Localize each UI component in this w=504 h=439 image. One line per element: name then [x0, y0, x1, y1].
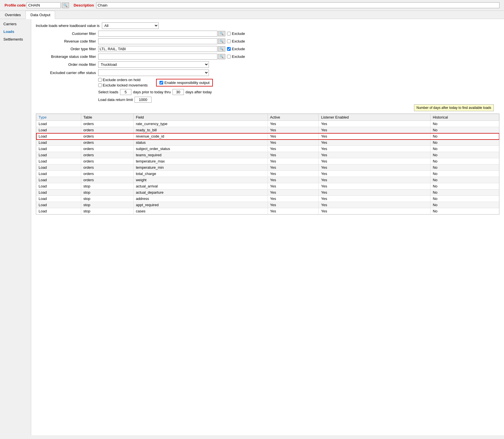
description-label: Description [74, 3, 94, 7]
sidebar-item-loads[interactable]: Loads [0, 28, 31, 35]
cell-historical: No [430, 202, 499, 208]
profile-code-input[interactable] [27, 2, 61, 8]
table-row[interactable]: Loadorderstemperature_minYesYesNo [36, 164, 499, 171]
cell-type: Load [36, 183, 81, 189]
order-type-exclude-checkbox[interactable] [227, 47, 231, 51]
customer-filter-label: Customer filter [36, 31, 98, 36]
cell-active: Yes [268, 152, 319, 158]
description-input[interactable] [96, 2, 499, 8]
excluded-carrier-row: Excluded carrier offer status [36, 69, 499, 76]
cell-type: Load [36, 133, 81, 140]
table-row[interactable]: Loadordersrevenue_code_idYesYesNo [36, 133, 499, 140]
top-bar: Profile code 🔍 Description [0, 0, 504, 11]
customer-exclude-checkbox[interactable] [227, 32, 231, 35]
brokerage-exclude-checkbox[interactable] [227, 55, 231, 58]
profile-code-search-button[interactable]: 🔍 [62, 3, 69, 8]
table-row[interactable]: Loadorderstemperature_maxYesYesNo [36, 158, 499, 164]
exclude-locked-row: Exclude locked movements [98, 83, 148, 87]
table-row[interactable]: Loadstopappt_requiredYesYesNo [36, 202, 499, 208]
order-type-label: Order type filter [36, 47, 98, 51]
cell-active: Yes [268, 208, 319, 214]
table-row[interactable]: Loadordersrate_currency_typeYesYesNo [36, 121, 499, 127]
table-row[interactable]: Loadstopactual_arrivalYesYesNo [36, 183, 499, 189]
cell-field: cases [133, 208, 268, 214]
col-active: Active [268, 114, 319, 121]
cell-active: Yes [268, 133, 319, 140]
sidebar-item-settlements[interactable]: Settlements [0, 35, 31, 43]
brokerage-status-row: Brokerage status code filter 🔍 Exclude [36, 54, 499, 60]
customer-filter-row: Customer filter 🔍 Exclude [36, 31, 499, 37]
cell-listener: Yes [319, 196, 430, 202]
loadboard-row: Include loads where loadboard value is A… [36, 22, 499, 29]
table-row[interactable]: LoadordersstatusYesYesNo [36, 140, 499, 146]
table-row[interactable]: Loadordersready_to_billYesYesNo [36, 127, 499, 133]
cell-table: orders [81, 140, 133, 146]
order-type-exclude-label: Exclude [232, 47, 245, 51]
days-prior-input[interactable] [120, 89, 131, 95]
days-after-input[interactable] [173, 89, 184, 95]
order-mode-label: Order mode filter [36, 62, 98, 67]
order-type-search-button[interactable]: 🔍 [218, 46, 225, 52]
cell-field: total_charge [133, 171, 268, 177]
customer-exclude-label: Exclude [232, 31, 245, 36]
load-data-input[interactable] [135, 97, 152, 103]
cell-type: Load [36, 127, 81, 133]
table-row[interactable]: LoadstopcasesYesYesNo [36, 208, 499, 214]
cell-listener: Yes [319, 152, 430, 158]
revenue-code-search-button[interactable]: 🔍 [218, 39, 225, 44]
revenue-code-input[interactable] [98, 38, 217, 44]
loadboard-label: Include loads where loadboard value is [36, 24, 102, 28]
enable-responsibility-label: Enable responsibility output [164, 81, 209, 85]
col-historical: Historical [430, 114, 499, 121]
cell-active: Yes [268, 171, 319, 177]
table-row[interactable]: Loadorderssubject_order_statusYesYesNo [36, 146, 499, 152]
cell-listener: Yes [319, 171, 430, 177]
table-row[interactable]: LoadstopaddressYesYesNo [36, 196, 499, 202]
brokerage-status-search-button[interactable]: 🔍 [218, 54, 225, 59]
data-table: Type Table Field Active Listener Enabled… [36, 114, 499, 214]
enable-responsibility-box: Enable responsibility output [156, 79, 213, 86]
revenue-exclude-checkbox[interactable] [227, 39, 231, 43]
cell-table: orders [81, 164, 133, 171]
cell-field: actual_arrival [133, 183, 268, 189]
order-mode-select[interactable]: Truckload LTL All [98, 61, 209, 68]
data-table-container[interactable]: Type Table Field Active Listener Enabled… [36, 113, 499, 215]
brokerage-exclude-label: Exclude [232, 54, 245, 59]
excluded-carrier-select[interactable] [98, 69, 209, 76]
cell-table: orders [81, 127, 133, 133]
cell-type: Load [36, 171, 81, 177]
cell-historical: No [430, 140, 499, 146]
sidebar-item-carriers[interactable]: Carriers [0, 20, 31, 28]
days-prior-text: days prior to today thru [133, 90, 171, 94]
col-type[interactable]: Type [36, 114, 81, 121]
load-data-label: Load data return limit [98, 98, 133, 102]
loadboard-select[interactable]: All Yes No [102, 22, 159, 29]
table-row[interactable]: Loadorderstotal_chargeYesYesNo [36, 171, 499, 177]
exclude-locked-label: Exclude locked movements [103, 83, 148, 87]
customer-filter-input[interactable] [98, 31, 217, 37]
main-layout: Carriers Loads Settlements Include loads… [0, 19, 504, 435]
order-type-input[interactable] [98, 46, 217, 52]
order-mode-row: Order mode filter Truckload LTL All [36, 61, 499, 68]
exclude-locked-checkbox[interactable] [98, 83, 102, 87]
enable-responsibility-checkbox[interactable] [159, 81, 163, 85]
cell-type: Load [36, 146, 81, 152]
customer-filter-search-button[interactable]: 🔍 [218, 31, 225, 36]
cell-historical: No [430, 171, 499, 177]
brokerage-status-input[interactable] [98, 54, 217, 60]
col-field: Field [133, 114, 268, 121]
tab-data-output[interactable]: Data Output [26, 11, 55, 19]
table-row[interactable]: Loadstopactual_departureYesYesNo [36, 189, 499, 196]
cell-field: appt_required [133, 202, 268, 208]
cell-active: Yes [268, 164, 319, 171]
cell-active: Yes [268, 140, 319, 146]
cell-listener: Yes [319, 133, 430, 140]
table-row[interactable]: Loadordersteams_requiredYesYesNo [36, 152, 499, 158]
tab-overrides[interactable]: Overrides [0, 11, 26, 19]
table-row[interactable]: LoadordersweightYesYesNo [36, 177, 499, 183]
cell-type: Load [36, 189, 81, 196]
cell-table: stop [81, 183, 133, 189]
cell-field: status [133, 140, 268, 146]
exclude-orders-checkbox[interactable] [98, 78, 102, 82]
description-area: Description [74, 2, 499, 8]
